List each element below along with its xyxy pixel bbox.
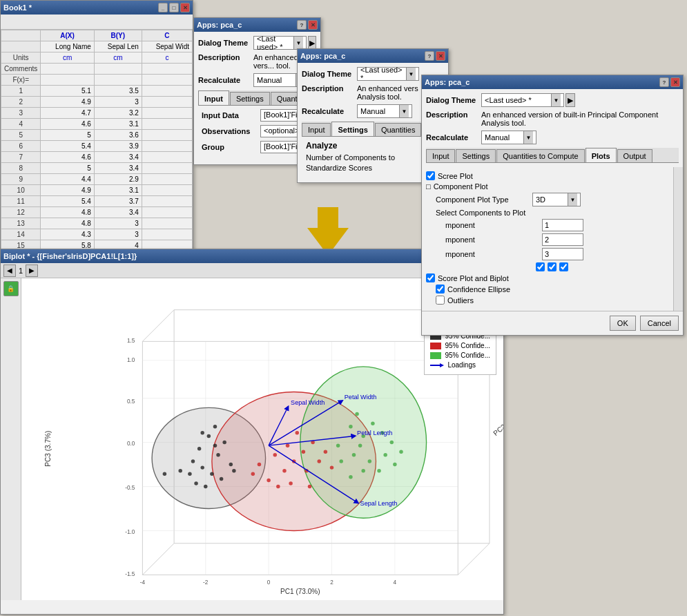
dialog3-plots-body: Scree Plot □ Component Plot Component Pl… [422, 167, 683, 311]
comp3-checkbox[interactable] [559, 262, 568, 271]
cell[interactable] [142, 185, 192, 196]
cell[interactable]: 3.1 [94, 185, 142, 196]
col-a-units: cm [41, 52, 94, 64]
dialog2-tab-input[interactable]: Input [302, 123, 331, 136]
dialog2-theme-combo[interactable]: <Last used> * ▼ [357, 67, 419, 81]
cell[interactable]: 5 [41, 163, 94, 174]
cell[interactable]: 3.2 [94, 108, 142, 119]
green-lock-btn[interactable]: 🔒 [3, 281, 19, 296]
cell[interactable]: 3.1 [94, 119, 142, 130]
cell[interactable] [142, 163, 192, 174]
cell[interactable]: 3.6 [94, 130, 142, 141]
cell[interactable]: 4.8 [41, 207, 94, 218]
cell[interactable]: 4.9 [41, 97, 94, 108]
dialog2-recalc-combo[interactable]: Manual ▼ [357, 104, 412, 118]
component1-input[interactable]: 1 [542, 219, 583, 231]
ok-button[interactable]: OK [610, 316, 636, 331]
outliers-checkbox[interactable] [436, 296, 445, 305]
cancel-button[interactable]: Cancel [640, 316, 679, 331]
close-btn[interactable]: ✕ [180, 3, 190, 12]
comp2-checkbox[interactable] [548, 262, 557, 271]
dialog3-close-btn[interactable]: ✕ [670, 77, 680, 87]
input-data-label: Input Data [202, 111, 260, 119]
cell[interactable]: 3.4 [94, 207, 142, 218]
cell[interactable]: 4.8 [41, 218, 94, 229]
cell[interactable]: 4.7 [41, 108, 94, 119]
dialog2-tab-quantities[interactable]: Quantities [375, 123, 422, 136]
cell[interactable]: 3 [94, 97, 142, 108]
long-name-label [1, 41, 41, 52]
dialog3-tab-settings[interactable]: Settings [456, 149, 496, 162]
dialog2-tab-settings[interactable]: Settings [331, 122, 374, 136]
dialog3-scrollbar[interactable] [673, 167, 683, 311]
dialog1-close-btn[interactable]: ✕ [308, 20, 318, 30]
component-plot-expand[interactable]: □ [426, 182, 431, 191]
cell[interactable]: 4.6 [41, 119, 94, 130]
cell[interactable]: 4.9 [41, 185, 94, 196]
cell[interactable] [142, 141, 192, 152]
page-back-btn[interactable]: ◀ [3, 264, 16, 277]
cell[interactable]: 3.7 [94, 196, 142, 207]
cell[interactable] [142, 86, 192, 97]
cell[interactable]: 4.4 [41, 174, 94, 185]
dialog2-close-btn[interactable]: ✕ [436, 51, 445, 61]
cell[interactable] [142, 196, 192, 207]
dialog3-tab-input[interactable]: Input [426, 149, 455, 162]
cell[interactable] [142, 119, 192, 130]
plot-type-row: Component Plot Type 3D ▼ [436, 193, 670, 206]
cell[interactable]: 3 [94, 218, 142, 229]
cell[interactable]: 3.4 [94, 152, 142, 163]
cell[interactable] [142, 152, 192, 163]
dialog3-help-btn[interactable]: ? [659, 77, 669, 87]
svg-text:PC1 (73.0%): PC1 (73.0%) [280, 588, 320, 595]
cell[interactable]: 2.9 [94, 174, 142, 185]
cell[interactable]: 4.3 [41, 229, 94, 240]
dialog2-help-btn[interactable]: ? [425, 51, 434, 61]
cell[interactable] [142, 218, 192, 229]
conf-ellipse-row: Confidence Ellipse [436, 285, 670, 293]
cell[interactable]: 3.4 [94, 163, 142, 174]
dialog2-theme-label: Dialog Theme [302, 70, 357, 78]
legend-conf3: 95% Confide... [430, 352, 490, 359]
cell[interactable] [142, 207, 192, 218]
dialog1-tab-settings[interactable]: Settings [230, 92, 270, 105]
dialog1-help-btn[interactable]: ? [297, 20, 307, 30]
dialog3-tab-output[interactable]: Output [617, 149, 652, 162]
dialog3-theme-combo[interactable]: <Last used> * ▼ [481, 93, 564, 107]
cell[interactable]: 3 [94, 229, 142, 240]
svg-point-43 [200, 465, 204, 469]
minimize-btn[interactable]: _ [158, 3, 168, 12]
scree-plot-checkbox[interactable] [426, 171, 435, 180]
cell[interactable]: 5.4 [41, 141, 94, 152]
dialog3-tab-plots[interactable]: Plots [586, 148, 617, 162]
dialog1-theme-combo[interactable]: <Last used> * ▼ [253, 36, 307, 50]
score-biplot-checkbox[interactable] [426, 273, 435, 282]
cell[interactable] [142, 97, 192, 108]
dialog1-tab-input[interactable]: Input [198, 90, 229, 105]
cell[interactable]: 3.5 [94, 86, 142, 97]
cell[interactable]: 4.6 [41, 152, 94, 163]
cell[interactable] [142, 130, 192, 141]
cell[interactable]: 5.1 [41, 86, 94, 97]
dialog3-more-btn[interactable]: ▶ [565, 93, 575, 107]
conf-ellipse-label: Confidence Ellipse [447, 285, 510, 293]
maximize-btn[interactable]: □ [169, 3, 179, 12]
plot-type-combo[interactable]: 3D ▼ [532, 193, 581, 206]
cell[interactable]: 5 [41, 130, 94, 141]
comp1-checkbox[interactable] [536, 262, 545, 271]
page-fwd-btn[interactable]: ▶ [26, 264, 38, 277]
score-biplot-row: Score Plot and Biplot [426, 273, 670, 282]
dialog3-tab-quantities[interactable]: Quantities to Compute [496, 149, 584, 162]
dialog3-recalc-combo[interactable]: Manual ▼ [481, 131, 536, 144]
cell[interactable] [142, 108, 192, 119]
dialog3-theme-arrow: ▼ [551, 94, 561, 106]
component3-input[interactable]: 3 [542, 248, 583, 260]
component2-input[interactable]: 2 [542, 233, 583, 246]
cell[interactable]: 5.4 [41, 196, 94, 207]
conf-ellipse-checkbox[interactable] [436, 285, 445, 293]
cell[interactable]: 3.9 [94, 141, 142, 152]
cell[interactable] [142, 174, 192, 185]
svg-point-56 [163, 472, 166, 476]
theme-more-btn[interactable]: ▶ [308, 36, 316, 50]
cell[interactable] [142, 229, 192, 240]
